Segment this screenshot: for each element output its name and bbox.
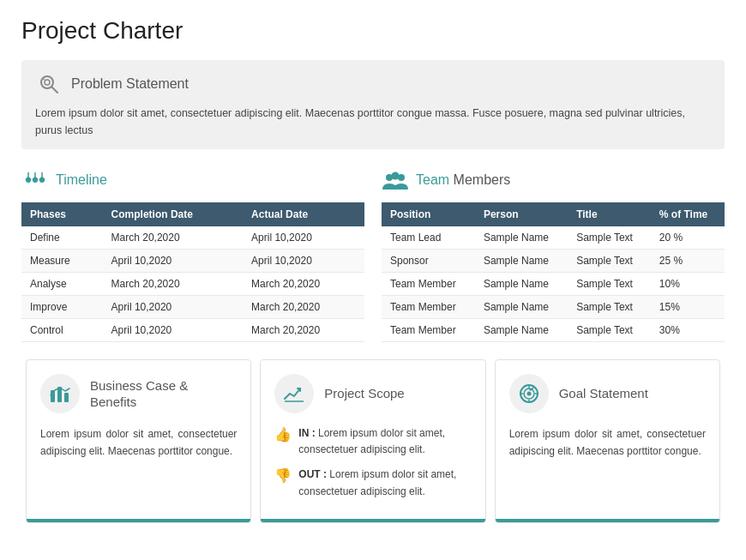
- timeline-icon: [21, 166, 49, 194]
- table-row: Team MemberSample NameSample Text30%: [382, 319, 725, 342]
- project-scope-icon: [274, 374, 314, 413]
- goal-icon: [509, 374, 549, 413]
- goal-statement-title: Goal Statement: [559, 385, 648, 402]
- scope-out-item: 👎 OUT : Lorem ipsum dolor sit amet, cons…: [274, 467, 471, 499]
- middle-row: Timeline Phases Completion Date Actual D…: [21, 166, 725, 342]
- project-scope-header: Project Scope: [274, 374, 471, 413]
- page-title: Project Charter: [21, 17, 725, 45]
- timeline-col-completion: Completion Date: [103, 202, 244, 226]
- table-row: ControlApril 10,2020March 20,2020: [21, 319, 364, 342]
- table-row: SponsorSample NameSample Text25 %: [382, 250, 725, 273]
- problem-statement-text: Lorem ipsum dolor sit amet, consectetuer…: [35, 105, 711, 139]
- svg-line-3: [44, 79, 45, 80]
- team-col-position: Position: [382, 202, 475, 226]
- problem-statement-header: Problem Statement: [35, 70, 711, 98]
- timeline-section: Timeline Phases Completion Date Actual D…: [21, 166, 364, 342]
- team-title: Team Members: [416, 172, 510, 188]
- timeline-col-actual: Actual Date: [243, 202, 364, 226]
- timeline-table: Phases Completion Date Actual Date Defin…: [21, 202, 364, 342]
- team-col-title: Title: [568, 202, 651, 226]
- business-case-body: Lorem ipsum dolor sit amet, consectetuer…: [40, 425, 237, 461]
- goal-statement-card: Goal Statement Lorem ipsum dolor sit ame…: [495, 359, 720, 523]
- timeline-title: Timeline: [56, 172, 107, 188]
- team-icon: [382, 166, 409, 194]
- bottom-row: Business Case & Benefits Lorem ipsum dol…: [21, 359, 725, 523]
- business-case-title: Business Case & Benefits: [90, 377, 237, 411]
- table-row: Team LeadSample NameSample Text20 %: [382, 226, 725, 250]
- project-scope-title: Project Scope: [324, 385, 404, 402]
- svg-point-11: [392, 172, 400, 180]
- team-members-section: Team Members Position Person Title % of …: [382, 166, 725, 342]
- svg-line-1: [52, 87, 58, 93]
- team-table: Position Person Title % of Time Team Lea…: [382, 202, 725, 342]
- table-row: Team MemberSample NameSample Text10%: [382, 273, 725, 296]
- table-row: MeasureApril 10,2020April 10,2020: [21, 250, 364, 273]
- team-header: Team Members: [382, 166, 725, 194]
- business-case-card: Business Case & Benefits Lorem ipsum dol…: [26, 359, 251, 523]
- problem-statement-section: Problem Statement Lorem ipsum dolor sit …: [21, 60, 725, 149]
- goal-statement-header: Goal Statement: [509, 374, 706, 413]
- table-row: Team MemberSample NameSample Text15%: [382, 296, 725, 319]
- goal-statement-body: Lorem ipsum dolor sit amet, consectetuer…: [509, 425, 706, 461]
- problem-statement-title: Problem Statement: [71, 76, 189, 92]
- thumbs-down-icon: 👎: [274, 467, 292, 484]
- timeline-header: Timeline: [21, 166, 364, 194]
- scope-in-item: 👍 IN : Lorem ipsum dolor sit amet, conse…: [274, 425, 471, 458]
- svg-point-19: [526, 392, 531, 396]
- thumbs-up-icon: 👍: [274, 426, 292, 443]
- scope-out-text: OUT : Lorem ipsum dolor sit amet, consec…: [298, 467, 471, 499]
- business-case-icon: [40, 374, 80, 413]
- table-row: DefineMarch 20,2020April 10,2020: [21, 226, 364, 250]
- scope-in-text: IN : Lorem ipsum dolor sit amet, consect…: [298, 425, 471, 458]
- table-row: AnalyseMarch 20,2020March 20,2020: [21, 273, 364, 296]
- team-col-time: % of Time: [651, 202, 725, 226]
- svg-rect-15: [64, 393, 69, 402]
- svg-point-12: [398, 174, 405, 181]
- table-row: ImproveApril 10,2020March 20,2020: [21, 296, 364, 319]
- svg-point-2: [45, 80, 50, 85]
- business-case-header: Business Case & Benefits: [40, 374, 237, 413]
- problem-icon: [35, 70, 63, 98]
- project-scope-card: Project Scope 👍 IN : Lorem ipsum dolor s…: [260, 359, 485, 523]
- timeline-col-phases: Phases: [21, 202, 103, 226]
- team-col-person: Person: [475, 202, 568, 226]
